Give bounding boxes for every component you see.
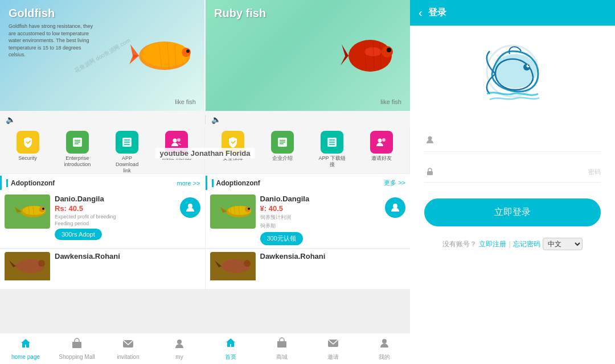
app-download-cn-icon-box [321,131,343,154]
svg-marker-12 [342,44,348,57]
app-download-label: APP Download link [112,155,143,173]
svg-point-26 [173,139,177,143]
svg-point-3 [186,49,190,53]
nav-invite-label-cn: 邀请 [327,353,339,361]
back-button[interactable]: ‹ [419,6,423,19]
enterprise-label: Enterprise introduction [62,155,93,168]
danio-info-cn: Danio.Dangila ¥: 40.5 饲养预计利润 饲养期 300元认领 [260,195,406,245]
adopt-btn-en[interactable]: 300rs Adopt [55,229,102,240]
adoption-title-cn: Adoptionzonf [212,179,260,187]
more-cn[interactable]: 更多 >> [384,179,405,187]
svg-point-37 [382,138,386,142]
mall-icon-en [71,337,83,353]
svg-rect-21 [75,143,79,144]
app-download-icon-box [116,131,138,154]
svg-rect-66 [72,342,81,348]
watermark-banner: youtube Jonathan Florida [155,148,255,159]
left-panel: Goldfish Goldfish have strong resistance… [0,0,410,364]
svg-point-76 [528,65,529,66]
mall-icon-cn [276,337,288,352]
register-row: 没有账号？ 立即注册 | 忘记密码 中文 English [424,238,601,250]
svg-point-71 [382,339,387,344]
dawkens-name-en: Dawkensia.Rohani [55,252,120,286]
more-en[interactable]: more >> [177,180,200,187]
home-icon-en [19,337,32,353]
goldfish-desc: Goldfish have strong resistance, they ar… [9,23,100,59]
nav-invite-label-en: invitation [117,354,139,360]
svg-point-27 [177,138,181,142]
nav-invite-cn[interactable]: 邀请 [308,333,359,364]
danio-price-en: Rs: 40.5 [55,204,200,213]
app-download-cn-label: APP 下载链接 [317,155,348,168]
svg-point-75 [527,65,530,68]
nav-mall-cn[interactable]: 商城 [256,333,308,364]
icon-enterprise-cn[interactable]: 企业介绍 [266,131,298,162]
login-button[interactable]: 立即登录 [424,198,601,226]
bottom-nav: home page Shopping Mall invitation my 首 [0,333,410,364]
enterprise-cn-label: 企业介绍 [272,155,293,162]
danio-name-cn: Danio.Dangila [260,195,406,203]
danio-breed-cn: 饲养预计利润 [260,214,406,221]
danio-price-cn: ¥: 40.5 [260,204,406,213]
adoption-cards-row2: Dawkensia.Rohani Dawkensia.Rohani [0,249,410,289]
speaker-row: 🔈 🔈 [0,111,410,128]
icon-app-download[interactable]: APP Download link [112,131,143,173]
svg-point-64 [244,260,251,267]
nav-home-en[interactable]: home page [0,333,51,364]
adopt-btn-cn[interactable]: 300元认领 [260,232,303,245]
password-field: 密码 [424,162,601,183]
adoption-title-en: Adoptionzonf [6,179,55,187]
security-icon-box [17,131,39,154]
speaker-left: 🔈 [0,115,205,124]
login-form: 密码 立即登录 没有账号？ 立即注册 | 忘记密码 中文 English [410,122,615,259]
login-title: 登录 [428,7,446,19]
svg-marker-13 [341,55,348,65]
ruby-banner[interactable]: Ruby fish Ruby fish often attack other t… [206,0,410,111]
ruby-like: like fish [380,98,401,105]
username-input[interactable] [441,136,601,146]
svg-point-10 [382,46,393,57]
svg-point-45 [42,208,44,210]
nav-home-cn[interactable]: 首页 [205,333,256,364]
password-input[interactable] [441,168,580,177]
goldfish-banner[interactable]: Goldfish Goldfish have strong resistance… [0,0,206,111]
svg-rect-29 [280,140,285,141]
danio-name-en: Danio.Dangila [55,195,200,203]
support-avatar-en[interactable] [180,197,200,218]
nav-mall-label-en: Shopping Mall [59,354,95,360]
nav-invite-en[interactable]: invitation [102,333,154,364]
icon-app-download-cn[interactable]: APP 下载链接 [317,131,348,168]
adoption-cards-row1: Danio.Dangila Rs: 40.5 Expected profit o… [0,192,410,249]
icon-security[interactable]: Security [12,131,43,162]
support-avatar-cn[interactable] [385,197,405,218]
danio-image-en [5,195,50,229]
username-field [424,131,601,152]
svg-point-74 [523,64,530,71]
ruby-illustration [339,30,401,81]
security-label: Security [18,155,37,162]
speaker-icon-left: 🔈 [6,115,15,124]
adoption-header-cn: Adoptionzonf 更多 >> [206,176,411,190]
svg-point-60 [38,260,45,267]
forgot-password-link[interactable]: 忘记密码 [513,239,540,249]
speaker-right: 🔈 [205,115,411,124]
invite-icon-en [122,337,134,353]
dawkens-image-cn [210,252,256,286]
icon-enterprise[interactable]: Enterprise introduction [62,131,93,168]
invite-icon-cn [327,337,339,352]
goldfish-like: like fish [175,98,196,105]
svg-rect-78 [427,171,433,175]
register-link[interactable]: 立即注册 [479,239,506,249]
svg-point-14 [364,47,382,56]
danio-image-cn [210,195,256,229]
nav-my-cn[interactable]: 我的 [359,333,410,364]
nav-my-en[interactable]: my [154,333,205,364]
icon-invite-cn[interactable]: 邀请好友 [366,131,397,162]
svg-rect-31 [280,143,284,144]
separator: | [509,240,510,248]
svg-point-77 [428,136,432,140]
svg-point-57 [393,204,397,208]
language-selector[interactable]: 中文 English [543,238,583,250]
goldfish-illustration [125,27,199,84]
nav-mall-en[interactable]: Shopping Mall [51,333,102,364]
